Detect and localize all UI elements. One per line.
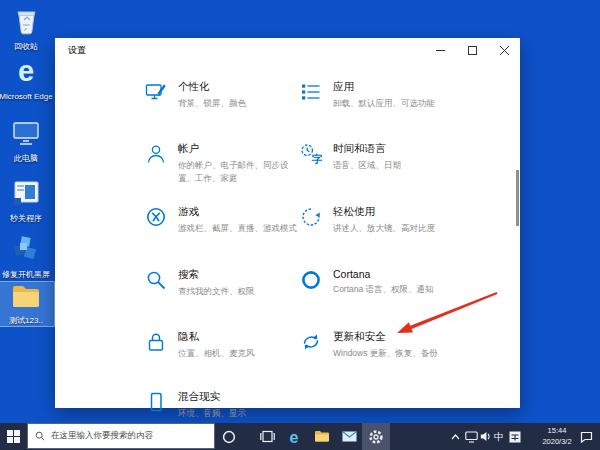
category-subtitle: Windows 更新、恢复、备份 (333, 347, 471, 360)
edge-icon: e (286, 429, 302, 445)
search-placeholder-text: 在这里输入你要搜索的内容 (51, 430, 153, 442)
ease-of-access-icon (300, 206, 322, 228)
category-subtitle: 卸载、默认应用、可选功能 (333, 97, 471, 110)
recycle-bin-icon (11, 6, 41, 36)
chevron-up-icon (451, 434, 460, 440)
desktop-icon-label: 此电脑 (0, 154, 54, 164)
network-display-icon (465, 431, 478, 443)
tray-ime-icon-button[interactable] (506, 423, 524, 450)
mail-button[interactable] (336, 423, 362, 450)
close-icon (500, 46, 509, 55)
taskbar-search-input[interactable]: 在这里输入你要搜索的内容 (27, 423, 215, 449)
edge-taskbar-button[interactable]: e (281, 423, 307, 450)
privacy-icon (145, 331, 167, 353)
category-search[interactable]: 搜索 查找我的文件、权限 (145, 268, 302, 298)
category-accounts[interactable]: 帐户 你的帐户、电子邮件、同步设置、工作、家庭 (145, 142, 302, 185)
category-personalization[interactable]: 个性化 背景、锁屏、颜色 (145, 80, 302, 110)
cortana-button[interactable] (216, 423, 242, 450)
start-button[interactable] (0, 423, 26, 450)
ime-grid-icon (509, 431, 521, 443)
category-title: 应用 (333, 80, 471, 94)
desktop-icon-label: Microsoft Edge (0, 92, 54, 102)
category-title: 隐私 (178, 330, 302, 344)
category-gaming[interactable]: 游戏 游戏栏、截屏、直播、游戏模式 (145, 205, 302, 235)
category-mixed-reality[interactable]: 混合现实 环境、音频、显示 (145, 390, 302, 420)
svg-text:e: e (290, 429, 299, 445)
search-icon (35, 431, 45, 441)
maximize-icon (468, 46, 477, 55)
desktop-icon-recycle-bin[interactable]: 回收站 (0, 6, 54, 52)
app-window-icon (11, 178, 41, 208)
category-subtitle: 你的帐户、电子邮件、同步设置、工作、家庭 (178, 159, 302, 185)
gaming-icon (145, 206, 167, 228)
tray-ime-mode-button[interactable]: 中 (492, 423, 506, 450)
window-title: 设置 (68, 44, 86, 57)
clock-date: 2020/3/2 (542, 437, 571, 447)
category-ease-of-access[interactable]: 轻松使用 讲述人、放大镜、高对比度 (300, 205, 471, 235)
maximize-button[interactable] (456, 38, 488, 62)
category-apps[interactable]: 应用 卸载、默认应用、可选功能 (300, 80, 471, 110)
category-subtitle: 环境、音频、显示 (178, 407, 302, 420)
category-subtitle: 位置、相机、麦克风 (178, 347, 302, 360)
desktop-icon-microsoft-edge[interactable]: e Microsoft Edge (0, 56, 54, 102)
category-subtitle: 游戏栏、截屏、直播、游戏模式 (178, 222, 302, 235)
accounts-icon (145, 143, 167, 165)
tray-volume-button[interactable] (478, 423, 493, 450)
edge-icon: e (11, 56, 41, 86)
svg-text:e: e (18, 56, 34, 86)
time-language-icon: 字 (300, 143, 322, 165)
category-title: Cortana (333, 268, 471, 280)
clock-time: 15:44 (548, 426, 567, 436)
desktop-icon-test-folder[interactable]: 测试123.. (0, 282, 54, 326)
desktop: 回收站 e Microsoft Edge 此电脑 秒关程序 修复开 (0, 0, 600, 450)
desktop-icon-this-pc[interactable]: 此电脑 (0, 118, 54, 164)
cortana-icon (300, 269, 322, 291)
task-view-button[interactable] (254, 423, 280, 450)
mixed-reality-icon (145, 391, 167, 413)
personalization-icon (145, 81, 167, 103)
cubes-icon (11, 234, 41, 264)
speaker-icon (480, 431, 492, 442)
desktop-icon-fix-black-screen[interactable]: 修复开机黑屏 (0, 234, 54, 280)
close-button[interactable] (488, 38, 520, 62)
cortana-icon (222, 430, 236, 444)
minimize-button[interactable] (424, 38, 456, 62)
category-privacy[interactable]: 隐私 位置、相机、麦克风 (145, 330, 302, 360)
file-explorer-button[interactable] (309, 423, 335, 450)
desktop-icon-label: 回收站 (0, 42, 54, 52)
category-subtitle: Cortana 语言、权限、通知 (333, 283, 471, 296)
task-view-icon (260, 430, 275, 443)
settings-taskbar-button[interactable] (362, 423, 390, 450)
category-subtitle: 语音、区域、日期 (333, 159, 471, 172)
category-title: 更新和安全 (333, 330, 471, 344)
category-title: 游戏 (178, 205, 302, 219)
action-center-button[interactable] (575, 423, 597, 450)
windows-logo-icon (7, 430, 20, 443)
category-title: 混合现实 (178, 390, 302, 404)
desktop-icon-quick-close-app[interactable]: 秒关程序 (0, 178, 54, 224)
category-title: 帐户 (178, 142, 302, 156)
mail-icon (342, 431, 357, 442)
folder-icon (314, 430, 330, 443)
folder-icon (10, 282, 42, 310)
action-center-icon (580, 431, 593, 443)
titlebar[interactable]: 设置 (55, 38, 520, 62)
desktop-icon-label: 修复开机黑屏 (0, 270, 54, 280)
gear-icon (368, 429, 384, 445)
tray-chevron-button[interactable] (447, 423, 463, 450)
apps-icon (300, 81, 322, 103)
category-title: 时间和语言 (333, 142, 471, 156)
category-update-security[interactable]: 更新和安全 Windows 更新、恢复、备份 (300, 330, 471, 360)
ime-mode-label: 中 (494, 430, 504, 444)
category-subtitle: 查找我的文件、权限 (178, 285, 302, 298)
category-subtitle: 背景、锁屏、颜色 (178, 97, 302, 110)
category-time-language[interactable]: 字 时间和语言 语音、区域、日期 (300, 142, 471, 172)
svg-text:字: 字 (312, 153, 323, 165)
desktop-icon-label: 秒关程序 (0, 214, 54, 224)
category-title: 搜索 (178, 268, 302, 282)
scrollbar-thumb[interactable] (516, 170, 519, 226)
tray-network-button[interactable] (463, 423, 479, 450)
category-subtitle: 讲述人、放大镜、高对比度 (333, 222, 471, 235)
desktop-icon-label: 测试123.. (0, 316, 54, 326)
category-cortana[interactable]: Cortana Cortana 语言、权限、通知 (300, 268, 471, 296)
